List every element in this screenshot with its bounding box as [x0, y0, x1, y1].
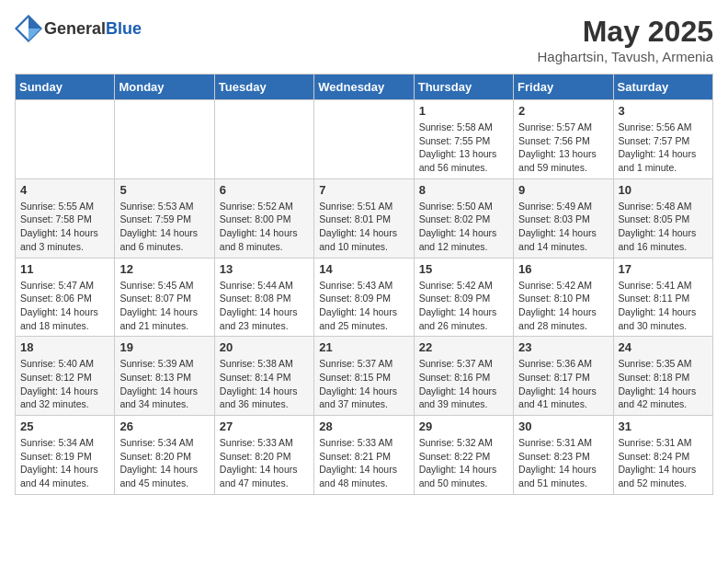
day-info: Sunrise: 5:55 AMSunset: 7:58 PMDaylight:… [20, 200, 109, 254]
day-info: Sunrise: 5:51 AMSunset: 8:01 PMDaylight:… [319, 200, 408, 254]
day-number: 19 [119, 340, 209, 354]
day-number: 15 [419, 262, 508, 276]
day-number: 29 [419, 419, 508, 433]
weekday-header-row: SundayMondayTuesdayWednesdayThursdayFrid… [16, 75, 713, 100]
calendar-day: 22Sunrise: 5:37 AMSunset: 8:16 PMDayligh… [414, 337, 513, 416]
day-info: Sunrise: 5:36 AMSunset: 8:17 PMDaylight:… [518, 357, 608, 411]
weekday-header-sunday: Sunday [16, 75, 115, 100]
day-number: 11 [20, 262, 109, 276]
day-number: 16 [518, 262, 608, 276]
day-info: Sunrise: 5:45 AMSunset: 8:07 PMDaylight:… [119, 279, 209, 333]
calendar-week-1: 1Sunrise: 5:58 AMSunset: 7:55 PMDaylight… [16, 100, 713, 179]
day-info: Sunrise: 5:42 AMSunset: 8:10 PMDaylight:… [518, 279, 608, 333]
calendar-day: 11Sunrise: 5:47 AMSunset: 8:06 PMDayligh… [16, 258, 115, 337]
day-info: Sunrise: 5:31 AMSunset: 8:24 PMDaylight:… [619, 436, 708, 490]
day-info: Sunrise: 5:52 AMSunset: 8:00 PMDaylight:… [220, 200, 309, 254]
calendar-day: 30Sunrise: 5:31 AMSunset: 8:23 PMDayligh… [514, 416, 613, 495]
day-number: 9 [518, 183, 608, 197]
day-info: Sunrise: 5:48 AMSunset: 8:05 PMDaylight:… [619, 200, 708, 254]
day-info: Sunrise: 5:53 AMSunset: 7:59 PMDaylight:… [119, 200, 209, 254]
calendar-day: 24Sunrise: 5:35 AMSunset: 8:18 PMDayligh… [613, 337, 712, 416]
calendar-day: 5Sunrise: 5:53 AMSunset: 7:59 PMDaylight… [115, 178, 214, 258]
day-number: 20 [220, 340, 309, 354]
calendar-day: 15Sunrise: 5:42 AMSunset: 8:09 PMDayligh… [414, 258, 513, 337]
calendar-day: 20Sunrise: 5:38 AMSunset: 8:14 PMDayligh… [214, 337, 313, 416]
weekday-header-monday: Monday [115, 75, 214, 100]
calendar-day: 13Sunrise: 5:44 AMSunset: 8:08 PMDayligh… [214, 258, 313, 337]
day-number: 6 [220, 183, 309, 197]
day-info: Sunrise: 5:44 AMSunset: 8:08 PMDaylight:… [220, 279, 309, 333]
day-number: 17 [619, 262, 708, 276]
calendar-day: 3Sunrise: 5:56 AMSunset: 7:57 PMDaylight… [613, 100, 712, 179]
day-number: 10 [619, 183, 708, 197]
day-number: 31 [619, 419, 708, 433]
day-info: Sunrise: 5:34 AMSunset: 8:19 PMDaylight:… [20, 436, 109, 490]
calendar-day: 25Sunrise: 5:34 AMSunset: 8:19 PMDayligh… [16, 416, 115, 495]
calendar-table: SundayMondayTuesdayWednesdayThursdayFrid… [15, 74, 713, 495]
day-info: Sunrise: 5:43 AMSunset: 8:09 PMDaylight:… [319, 279, 408, 333]
day-info: Sunrise: 5:57 AMSunset: 7:56 PMDaylight:… [518, 121, 608, 175]
calendar-day: 29Sunrise: 5:32 AMSunset: 8:22 PMDayligh… [414, 416, 513, 495]
day-info: Sunrise: 5:39 AMSunset: 8:13 PMDaylight:… [119, 357, 209, 411]
calendar-day: 28Sunrise: 5:33 AMSunset: 8:21 PMDayligh… [314, 416, 414, 495]
calendar-week-5: 25Sunrise: 5:34 AMSunset: 8:19 PMDayligh… [16, 416, 713, 495]
calendar-day: 6Sunrise: 5:52 AMSunset: 8:00 PMDaylight… [214, 178, 313, 258]
calendar-day: 14Sunrise: 5:43 AMSunset: 8:09 PMDayligh… [314, 258, 414, 337]
day-number: 12 [119, 262, 209, 276]
calendar-day: 26Sunrise: 5:34 AMSunset: 8:20 PMDayligh… [115, 416, 214, 495]
day-info: Sunrise: 5:42 AMSunset: 8:09 PMDaylight:… [419, 279, 508, 333]
calendar-day: 23Sunrise: 5:36 AMSunset: 8:17 PMDayligh… [514, 337, 613, 416]
calendar-day: 16Sunrise: 5:42 AMSunset: 8:10 PMDayligh… [514, 258, 613, 337]
day-number: 27 [220, 419, 309, 433]
day-info: Sunrise: 5:37 AMSunset: 8:15 PMDaylight:… [319, 357, 408, 411]
month-year: May 2025 [538, 15, 714, 49]
weekday-header-tuesday: Tuesday [214, 75, 313, 100]
day-info: Sunrise: 5:40 AMSunset: 8:12 PMDaylight:… [20, 357, 109, 411]
day-number: 5 [119, 183, 209, 197]
day-number: 1 [419, 104, 508, 118]
calendar-day: 2Sunrise: 5:57 AMSunset: 7:56 PMDaylight… [514, 100, 613, 179]
day-number: 7 [319, 183, 408, 197]
calendar-day: 10Sunrise: 5:48 AMSunset: 8:05 PMDayligh… [613, 178, 712, 258]
calendar-day: 17Sunrise: 5:41 AMSunset: 8:11 PMDayligh… [613, 258, 712, 337]
logo-text: GeneralBlue [44, 19, 142, 39]
day-number: 24 [619, 340, 708, 354]
day-info: Sunrise: 5:34 AMSunset: 8:20 PMDaylight:… [119, 436, 209, 490]
calendar-day [16, 100, 115, 179]
calendar-week-2: 4Sunrise: 5:55 AMSunset: 7:58 PMDaylight… [16, 178, 713, 258]
calendar-day: 7Sunrise: 5:51 AMSunset: 8:01 PMDaylight… [314, 178, 414, 258]
day-info: Sunrise: 5:50 AMSunset: 8:02 PMDaylight:… [419, 200, 508, 254]
day-info: Sunrise: 5:35 AMSunset: 8:18 PMDaylight:… [619, 357, 708, 411]
calendar-week-3: 11Sunrise: 5:47 AMSunset: 8:06 PMDayligh… [16, 258, 713, 337]
calendar-day: 9Sunrise: 5:49 AMSunset: 8:03 PMDaylight… [514, 178, 613, 258]
day-number: 25 [20, 419, 109, 433]
day-info: Sunrise: 5:41 AMSunset: 8:11 PMDaylight:… [619, 279, 708, 333]
day-info: Sunrise: 5:33 AMSunset: 8:21 PMDaylight:… [319, 436, 408, 490]
calendar-day [115, 100, 214, 179]
day-number: 28 [319, 419, 408, 433]
logo-icon [15, 15, 42, 42]
day-number: 3 [619, 104, 708, 118]
page-header: GeneralBlue May 2025 Haghartsin, Tavush,… [15, 15, 713, 64]
day-info: Sunrise: 5:32 AMSunset: 8:22 PMDaylight:… [419, 436, 508, 490]
calendar-day: 31Sunrise: 5:31 AMSunset: 8:24 PMDayligh… [613, 416, 712, 495]
calendar-day: 1Sunrise: 5:58 AMSunset: 7:55 PMDaylight… [414, 100, 513, 179]
title-block: May 2025 Haghartsin, Tavush, Armenia [538, 15, 714, 64]
weekday-header-saturday: Saturday [613, 75, 712, 100]
calendar-day: 27Sunrise: 5:33 AMSunset: 8:20 PMDayligh… [214, 416, 313, 495]
calendar-day: 4Sunrise: 5:55 AMSunset: 7:58 PMDaylight… [16, 178, 115, 258]
day-info: Sunrise: 5:33 AMSunset: 8:20 PMDaylight:… [220, 436, 309, 490]
calendar-day: 12Sunrise: 5:45 AMSunset: 8:07 PMDayligh… [115, 258, 214, 337]
day-number: 13 [220, 262, 309, 276]
weekday-header-wednesday: Wednesday [314, 75, 414, 100]
logo: GeneralBlue [15, 15, 142, 42]
day-number: 23 [518, 340, 608, 354]
day-info: Sunrise: 5:47 AMSunset: 8:06 PMDaylight:… [20, 279, 109, 333]
weekday-header-thursday: Thursday [414, 75, 513, 100]
day-number: 18 [20, 340, 109, 354]
day-info: Sunrise: 5:49 AMSunset: 8:03 PMDaylight:… [518, 200, 608, 254]
calendar-day [314, 100, 414, 179]
calendar-day: 8Sunrise: 5:50 AMSunset: 8:02 PMDaylight… [414, 178, 513, 258]
day-number: 8 [419, 183, 508, 197]
day-number: 14 [319, 262, 408, 276]
